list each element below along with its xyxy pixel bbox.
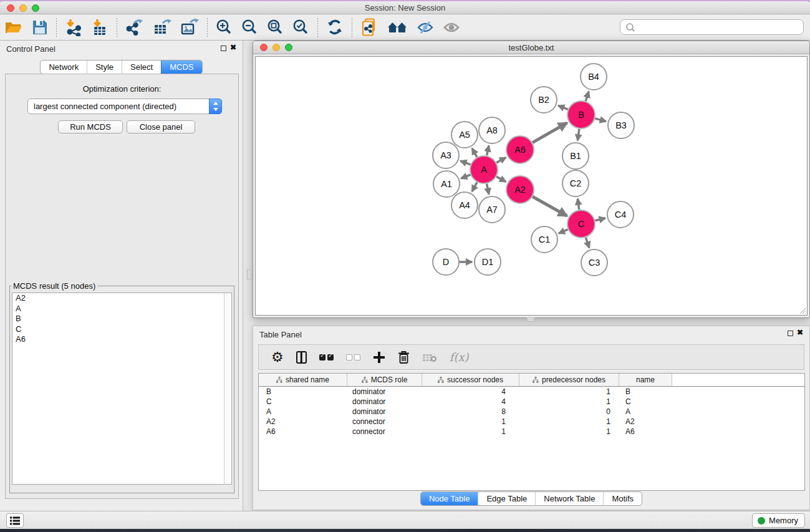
tab-network[interactable]: Network (41, 60, 87, 74)
add-icon[interactable] (373, 351, 385, 364)
tab-network-table[interactable]: Network Table (535, 492, 603, 505)
network-window-titlebar[interactable]: testGlobe.txt (253, 41, 809, 54)
edge-A-A1[interactable] (461, 175, 470, 178)
network-canvas[interactable]: B4B2BB3A8A5A6A3B1AA1C2A2A4A7C4CC1DD1C3 (255, 56, 808, 316)
run-mcds-button[interactable]: Run MCDS (58, 120, 123, 133)
cell[interactable]: A2 (619, 417, 672, 426)
export-table-button[interactable] (148, 17, 176, 38)
network-node-C4[interactable]: C4 (607, 201, 634, 228)
mcds-result-item[interactable]: B (12, 314, 231, 324)
table-row-A2[interactable]: A2connector11A2 (259, 417, 804, 427)
network-node-B[interactable]: B (567, 101, 595, 128)
columns-icon[interactable] (296, 351, 307, 364)
network-node-A3[interactable]: A3 (433, 142, 459, 168)
network-node-C3[interactable]: C3 (581, 249, 607, 276)
open-session-button[interactable] (0, 17, 27, 38)
table-row-A[interactable]: Adominator80A (259, 407, 804, 417)
float-panel-icon[interactable] (788, 331, 793, 336)
float-panel-icon[interactable] (221, 46, 226, 51)
edge-A-A7[interactable] (487, 184, 489, 195)
home-button[interactable] (382, 17, 412, 38)
cell[interactable]: 1 (422, 417, 519, 426)
network-node-A[interactable]: A (470, 156, 498, 183)
cell[interactable]: A6 (259, 427, 347, 436)
mcds-result-item[interactable]: A2 (12, 293, 231, 304)
edge-C-C2[interactable] (577, 199, 579, 210)
cell[interactable]: 1 (519, 417, 619, 426)
column-header-shared-name[interactable]: shared name (259, 374, 347, 386)
mcds-result-item[interactable]: C (12, 324, 231, 335)
network-node-B2[interactable]: B2 (531, 87, 557, 113)
hide-selected-button[interactable] (412, 17, 438, 38)
save-session-button[interactable] (27, 17, 52, 38)
column-header-MCDS-role[interactable]: MCDS role (347, 374, 422, 386)
cell[interactable]: B (259, 387, 347, 396)
deselect-all-icon[interactable] (346, 354, 360, 360)
cell[interactable]: A6 (619, 427, 672, 436)
edge-A-A6[interactable] (496, 158, 506, 163)
column-header-successor-nodes[interactable]: successor nodes (422, 374, 519, 386)
resize-grip-icon[interactable] (798, 306, 806, 314)
network-node-D1[interactable]: D1 (475, 249, 501, 275)
import-table-button[interactable] (87, 17, 113, 38)
vertical-scrollbar-thumb[interactable] (247, 269, 251, 279)
mcds-result-item[interactable]: A6 (12, 334, 231, 345)
network-node-B3[interactable]: B3 (608, 112, 634, 138)
import-network-button[interactable] (60, 17, 87, 38)
refresh-view-button[interactable] (322, 17, 348, 38)
memory-button[interactable]: Memory (752, 513, 805, 528)
network-from-selection-button[interactable] (356, 17, 382, 38)
task-history-button[interactable] (6, 513, 24, 528)
tab-motifs[interactable]: Motifs (603, 492, 642, 505)
edge-C-C4[interactable] (595, 218, 605, 221)
edge-B-B3[interactable] (595, 118, 606, 122)
cell[interactable]: 1 (519, 397, 619, 406)
column-header-predecessor-nodes[interactable]: predecessor nodes (519, 374, 619, 386)
column-header-name[interactable]: name (619, 374, 672, 386)
cell[interactable]: A (259, 407, 347, 416)
edge-C-C3[interactable] (586, 238, 589, 248)
edge-B-B2[interactable] (558, 105, 567, 109)
cell[interactable]: 8 (422, 407, 519, 416)
cell[interactable]: B (619, 387, 672, 396)
edge-A-A8[interactable] (487, 145, 489, 155)
table-row-A6[interactable]: A6connector11A6 (259, 427, 804, 437)
cell[interactable]: 1 (519, 427, 619, 436)
network-node-D[interactable]: D (433, 249, 459, 275)
cell[interactable]: connector (347, 427, 422, 436)
network-node-C[interactable]: C (567, 210, 595, 238)
cell[interactable]: 0 (519, 407, 619, 416)
edge-A6-B[interactable] (533, 123, 567, 143)
show-all-button[interactable] (438, 17, 465, 38)
mcds-result-list[interactable]: A2ABCA6 (12, 293, 232, 485)
tab-mcds[interactable]: MCDS (161, 60, 201, 74)
cell[interactable]: 4 (422, 387, 519, 396)
table-header-row[interactable]: shared nameMCDS rolesuccessor nodesprede… (259, 374, 804, 387)
zoom-fit-button[interactable] (263, 17, 288, 38)
cell[interactable]: 1 (422, 427, 519, 436)
close-panel-icon[interactable]: ✖ (230, 43, 236, 52)
criterion-dropdown[interactable]: largest connected component (directed) (27, 99, 222, 114)
network-node-C2[interactable]: C2 (562, 170, 589, 196)
tab-edge-table[interactable]: Edge Table (478, 492, 535, 505)
cell[interactable]: dominator (347, 387, 422, 396)
cell[interactable]: 1 (519, 387, 619, 396)
tab-style[interactable]: Style (87, 60, 122, 74)
edge-A2-C[interactable] (533, 196, 567, 216)
zoom-selected-button[interactable] (288, 17, 314, 38)
network-node-A1[interactable]: A1 (433, 171, 460, 197)
edge-A-A3[interactable] (460, 161, 470, 165)
cell[interactable]: connector (347, 417, 422, 426)
cell[interactable]: C (619, 397, 672, 406)
edge-A-A4[interactable] (472, 182, 477, 191)
horizontal-scrollbar-thumb[interactable] (527, 317, 534, 322)
cell[interactable]: dominator (347, 397, 422, 406)
network-node-A4[interactable]: A4 (451, 192, 478, 218)
edge-A-A2[interactable] (496, 177, 506, 181)
tab-select[interactable]: Select (122, 60, 161, 74)
close-panel-icon[interactable]: ✖ (797, 328, 803, 337)
list-scrollbar[interactable] (224, 293, 231, 484)
network-node-A8[interactable]: A8 (479, 117, 505, 143)
cell[interactable]: A2 (259, 417, 347, 426)
export-image-button[interactable] (176, 17, 203, 38)
